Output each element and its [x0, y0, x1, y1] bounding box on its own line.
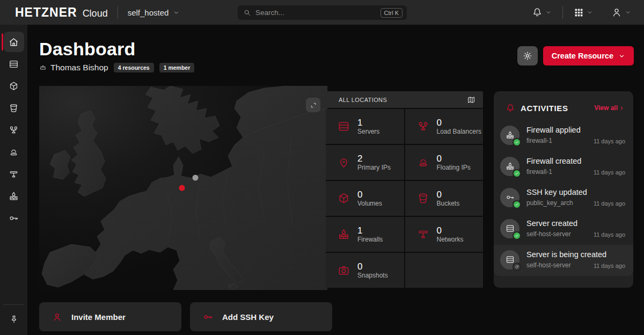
notifications-menu[interactable]: [529, 7, 555, 18]
map-marker-gray[interactable]: [193, 175, 199, 181]
stat-label: Primary IPs: [357, 164, 391, 172]
add-ssh-key-button[interactable]: Add SSH Key: [190, 302, 332, 331]
search-shortcut: Ctrl K: [380, 8, 403, 18]
sidebar: [0, 25, 27, 335]
locations-header[interactable]: ALL LOCATIONS: [326, 91, 483, 108]
stat-count: 1: [357, 225, 383, 236]
sidebar-item-buckets[interactable]: [4, 98, 24, 118]
project-meta: Thomas Bishop 4 resources 1 member: [39, 63, 194, 72]
chevron-down-icon: [625, 9, 631, 16]
stat-count: 0: [357, 190, 382, 200]
stat-count: 1: [357, 118, 379, 128]
ssh-key-icon: [203, 312, 213, 322]
stat-load-balancers[interactable]: 0Load Balancers: [405, 109, 484, 144]
header-actions: Create Resource: [517, 46, 634, 65]
status-badge-success: [513, 231, 521, 240]
topbar-divider: [118, 6, 118, 19]
stat-floating-ips[interactable]: 0Floating IPs: [405, 145, 484, 180]
sidebar-pin-toggle[interactable]: [4, 309, 24, 330]
stat-networks[interactable]: 0Networks: [405, 217, 484, 252]
activity-item[interactable]: Firewall created firewall-1 11 days ago: [494, 151, 633, 183]
top-bar: HETZNER Cloud self_hosted Ctrl K: [0, 0, 644, 25]
invite-member-label: Invite Member: [71, 312, 126, 322]
sidebar-item-dashboard[interactable]: [4, 32, 24, 52]
locations-panel: ALL LOCATIONS 1Servers 0Load Balancers 2…: [326, 91, 483, 288]
sidebar-item-firewalls[interactable]: [4, 186, 24, 206]
sidebar-item-ssh-keys[interactable]: [4, 208, 24, 228]
stat-servers[interactable]: 1Servers: [326, 109, 404, 144]
stat-label: Servers: [357, 128, 379, 136]
locations-grid: 1Servers 0Load Balancers 2Primary IPs 0F…: [326, 109, 483, 288]
map-expand-button[interactable]: [306, 98, 320, 112]
map-icon: [467, 96, 475, 104]
quick-actions: Invite Member Add SSH Key: [39, 302, 332, 331]
stat-count: 0: [437, 225, 464, 236]
sidebar-bottom: [0, 304, 27, 335]
activities-panel: ACTIVITIES View all Firewall applied fir…: [494, 91, 633, 288]
sidebar-item-floating-ips[interactable]: [4, 142, 24, 162]
europe-map[interactable]: [39, 86, 327, 290]
activity-item[interactable]: Firewall applied firewall-1 11 days ago: [494, 120, 633, 151]
firewall-icon: [9, 191, 19, 201]
server-icon: [506, 224, 515, 233]
stat-label: Buckets: [437, 200, 460, 208]
stat-buckets[interactable]: 0Buckets: [405, 181, 484, 216]
bucket-icon: [417, 192, 429, 205]
check-icon: [515, 202, 519, 207]
stat-primary-ips[interactable]: 2Primary IPs: [326, 145, 404, 180]
search-input[interactable]: [255, 9, 380, 17]
primary-ip-icon: [338, 156, 350, 169]
create-resource-label: Create Resource: [552, 52, 613, 60]
server-icon: [338, 120, 350, 133]
search-icon: [243, 9, 251, 17]
firewall-icon: [506, 162, 515, 171]
avatar: [500, 126, 519, 145]
activities-title: ACTIVITIES: [521, 104, 594, 113]
activity-item[interactable]: SSH key updated public_key_arch 11 days …: [494, 183, 633, 214]
search-box[interactable]: Ctrl K: [238, 5, 407, 20]
activity-item[interactable]: Server is being created self-host-server…: [494, 245, 633, 276]
home-icon: [9, 37, 19, 47]
activity-title: Server is being created: [526, 250, 626, 260]
create-resource-button[interactable]: Create Resource: [543, 46, 634, 65]
stat-snapshots[interactable]: 0Snapshots: [326, 253, 404, 288]
activity-item[interactable]: Server created self-host-server 11 days …: [494, 214, 633, 245]
sidebar-separator: [3, 304, 24, 305]
stat-count: 0: [437, 190, 460, 200]
invite-member-button[interactable]: Invite Member: [39, 302, 181, 331]
hetzner-logo[interactable]: HETZNER Cloud: [15, 5, 108, 20]
activities-list: Firewall applied firewall-1 11 days ago …: [494, 120, 633, 276]
activity-time: 11 days ago: [594, 231, 625, 238]
status-badge-success: [513, 138, 521, 147]
sidebar-item-networks[interactable]: [4, 164, 24, 184]
stat-count: 0: [357, 261, 388, 272]
sidebar-item-load-balancers[interactable]: [4, 120, 24, 140]
sidebar-item-servers[interactable]: [4, 54, 24, 74]
stat-volumes[interactable]: 0Volumes: [326, 181, 404, 216]
apps-menu[interactable]: [570, 8, 596, 18]
activity-title: SSH key updated: [526, 187, 626, 198]
volume-icon: [338, 192, 350, 205]
view-all-link[interactable]: View all: [594, 104, 625, 112]
crown-icon: [39, 64, 47, 71]
settings-button[interactable]: [517, 46, 538, 65]
activity-time: 11 days ago: [594, 169, 625, 176]
activity-title: Firewall applied: [526, 125, 626, 135]
sidebar-item-volumes[interactable]: [4, 76, 24, 96]
map-marker-red[interactable]: [179, 185, 185, 191]
avatar: [500, 219, 519, 238]
ssh-key-icon: [9, 213, 19, 223]
members-badge: 1 member: [159, 63, 195, 72]
activity-time: 11 days ago: [594, 138, 625, 144]
chevron-down-icon: [587, 9, 593, 16]
project-switcher[interactable]: self_hosted: [128, 8, 180, 17]
snapshot-icon: [338, 264, 350, 276]
activity-title: Firewall created: [526, 156, 626, 166]
bucket-icon: [9, 103, 19, 113]
avatar: [500, 157, 519, 176]
stat-firewalls[interactable]: 1Firewalls: [326, 217, 404, 252]
apps-grid-icon: [574, 8, 584, 18]
activity-time: 11 days ago: [594, 200, 625, 207]
chevron-down-icon: [173, 9, 180, 16]
account-menu[interactable]: [608, 7, 634, 18]
